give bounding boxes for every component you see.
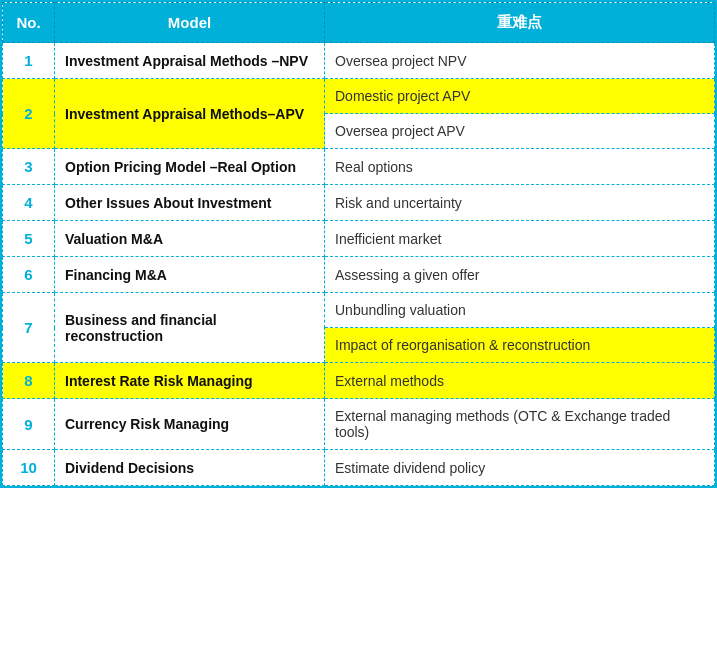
- model-cell: Business and financial reconstruction: [55, 293, 325, 363]
- main-table-wrapper: No. Model 重难点 1Investment Appraisal Meth…: [0, 0, 717, 488]
- difficulty-cell: Inefficient market: [325, 221, 715, 257]
- model-cell: Interest Rate Risk Managing: [55, 363, 325, 399]
- difficulty-cell: Assessing a given offer: [325, 257, 715, 293]
- difficulty-cell: Oversea project NPV: [325, 43, 715, 79]
- table-container: No. Model 重难点 1Investment Appraisal Meth…: [0, 0, 717, 488]
- no-cell: 6: [3, 257, 55, 293]
- model-cell: Financing M&A: [55, 257, 325, 293]
- difficulty-cell: External managing methods (OTC & Exchang…: [325, 399, 715, 450]
- difficulty-cell: Risk and uncertainty: [325, 185, 715, 221]
- no-cell: 9: [3, 399, 55, 450]
- main-table: No. Model 重难点 1Investment Appraisal Meth…: [2, 2, 715, 486]
- difficulty-cell: Unbundling valuation: [325, 293, 715, 328]
- header-model: Model: [55, 3, 325, 43]
- difficulty-cell: Estimate dividend policy: [325, 450, 715, 486]
- no-cell: 10: [3, 450, 55, 486]
- model-cell: Valuation M&A: [55, 221, 325, 257]
- model-cell: Dividend Decisions: [55, 450, 325, 486]
- no-cell: 4: [3, 185, 55, 221]
- no-cell: 8: [3, 363, 55, 399]
- model-cell: Option Pricing Model –Real Option: [55, 149, 325, 185]
- header-difficulty: 重难点: [325, 3, 715, 43]
- header-no: No.: [3, 3, 55, 43]
- difficulty-cell: Real options: [325, 149, 715, 185]
- no-cell: 7: [3, 293, 55, 363]
- no-cell: 1: [3, 43, 55, 79]
- model-cell: Investment Appraisal Methods –NPV: [55, 43, 325, 79]
- no-cell: 3: [3, 149, 55, 185]
- difficulty-cell: Oversea project APV: [325, 114, 715, 149]
- difficulty-cell: External methods: [325, 363, 715, 399]
- model-cell: Other Issues About Investment: [55, 185, 325, 221]
- no-cell: 5: [3, 221, 55, 257]
- model-cell: Currency Risk Managing: [55, 399, 325, 450]
- difficulty-cell: Domestic project APV: [325, 79, 715, 114]
- no-cell: 2: [3, 79, 55, 149]
- difficulty-cell: Impact of reorganisation & reconstructio…: [325, 328, 715, 363]
- model-cell: Investment Appraisal Methods–APV: [55, 79, 325, 149]
